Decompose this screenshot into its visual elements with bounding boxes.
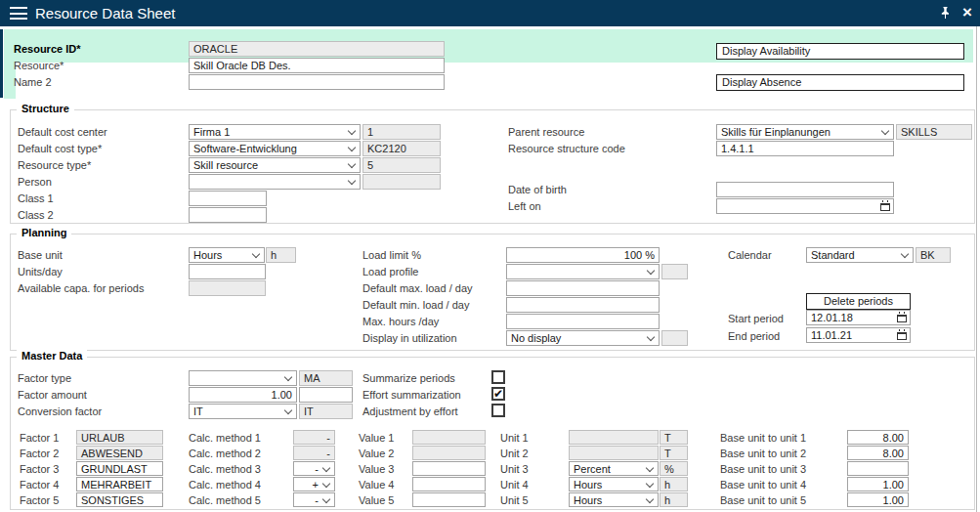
calc-method-field: - [293, 446, 335, 460]
value-field[interactable] [412, 477, 486, 491]
chevron-down-icon [322, 464, 330, 472]
calc-method-label: Calc. method 3 [189, 461, 261, 477]
value-field[interactable] [412, 461, 486, 476]
summarize-periods-checkbox[interactable] [491, 370, 505, 384]
factor-row-label: Factor 2 [20, 446, 59, 461]
chevron-down-icon [646, 480, 654, 488]
base-unit-to-unit-label: Base unit to unit 2 [720, 446, 806, 461]
factor-row-label: Factor 1 [20, 430, 59, 446]
adjustment-by-effort-checkbox[interactable] [491, 404, 505, 417]
unit-label: Unit 1 [500, 430, 529, 446]
base-unit-to-unit-label: Base unit to unit 5 [720, 492, 806, 508]
factor-type-dropdown[interactable] [189, 370, 297, 386]
unit-label: Unit 2 [500, 446, 529, 461]
base-unit-to-unit-label: Base unit to unit 4 [720, 477, 806, 492]
factor-row-label: Factor 3 [20, 461, 59, 477]
master-data-section: Factor type Factor amount Conversion fac… [0, 0, 980, 512]
chevron-down-icon [646, 464, 654, 472]
factor-amount-label: Factor amount [18, 387, 87, 403]
value-field[interactable] [412, 492, 486, 507]
factor-name-field[interactable]: MEHRARBEIT [76, 477, 163, 491]
calc-method-label: Calc. method 4 [189, 477, 261, 492]
unit-label: Unit 3 [500, 461, 529, 477]
conversion-factor-label: Conversion factor [18, 404, 102, 419]
value-field [412, 446, 486, 460]
unit-code-field: T [660, 430, 688, 445]
chevron-down-icon [646, 495, 654, 503]
value-label: Value 3 [359, 461, 395, 477]
unit-field [569, 446, 659, 460]
chevron-down-icon [284, 406, 292, 414]
unit-code-field: % [660, 461, 688, 476]
value-label: Value 1 [359, 430, 395, 446]
calc-method-dropdown[interactable]: + [293, 477, 335, 491]
chevron-down-icon [322, 480, 330, 488]
factor-amount-extra-field[interactable] [299, 387, 353, 403]
value-label: Value 2 [359, 446, 395, 461]
effort-summarization-checkbox[interactable]: ✔ [491, 387, 505, 401]
base-unit-to-unit-field[interactable]: 1.00 [847, 492, 909, 507]
base-unit-to-unit-label: Base unit to unit 1 [720, 430, 806, 446]
value-label: Value 4 [359, 477, 395, 492]
unit-label: Unit 5 [500, 492, 529, 508]
value-field [412, 430, 486, 445]
factor-type-code-field: MA [299, 370, 353, 386]
base-unit-to-unit-field[interactable] [847, 461, 909, 476]
value-label: Value 5 [359, 492, 395, 508]
calc-method-label: Calc. method 2 [189, 446, 261, 461]
effort-summarization-label: Effort summarization [362, 387, 461, 403]
base-unit-to-unit-field[interactable]: 8.00 [847, 430, 909, 445]
base-unit-to-unit-label: Base unit to unit 3 [720, 461, 806, 477]
unit-dropdown[interactable]: Percent [569, 461, 659, 476]
resource-data-sheet-window: Resource Data Sheet × Resource ID* Resou… [0, 0, 980, 512]
unit-field [569, 430, 659, 445]
unit-code-field: h [660, 477, 688, 491]
base-unit-to-unit-field[interactable]: 1.00 [847, 477, 909, 491]
calc-method-field: - [293, 430, 335, 445]
calc-method-dropdown[interactable]: - [293, 461, 335, 476]
factor-name-field: URLAUB [76, 430, 163, 445]
unit-code-field: T [660, 446, 688, 460]
factor-name-field: ABWESEND [76, 446, 163, 460]
factor-row-label: Factor 5 [20, 492, 59, 508]
conversion-factor-code-field: IT [299, 404, 353, 419]
unit-dropdown[interactable]: Hours [569, 477, 659, 491]
factor-type-label: Factor type [18, 370, 71, 386]
calc-method-label: Calc. method 5 [189, 492, 261, 508]
unit-dropdown[interactable]: Hours [569, 492, 659, 507]
conversion-factor-dropdown[interactable]: IT [189, 404, 297, 419]
summarize-periods-label: Summarize periods [362, 370, 455, 386]
factor-row-label: Factor 4 [20, 477, 59, 492]
unit-label: Unit 4 [500, 477, 529, 492]
factor-amount-field[interactable]: 1.00 [189, 387, 297, 403]
calc-method-dropdown[interactable]: - [293, 492, 335, 507]
calc-method-label: Calc. method 1 [189, 430, 261, 446]
adjustment-by-effort-label: Adjustment by effort [362, 404, 458, 419]
base-unit-to-unit-field[interactable]: 8.00 [847, 446, 909, 460]
chevron-down-icon [284, 373, 292, 381]
chevron-down-icon [322, 495, 330, 503]
factor-name-field[interactable]: GRUNDLAST [76, 461, 163, 476]
unit-code-field: h [660, 492, 688, 507]
factor-name-field[interactable]: SONSTIGES [76, 492, 163, 507]
